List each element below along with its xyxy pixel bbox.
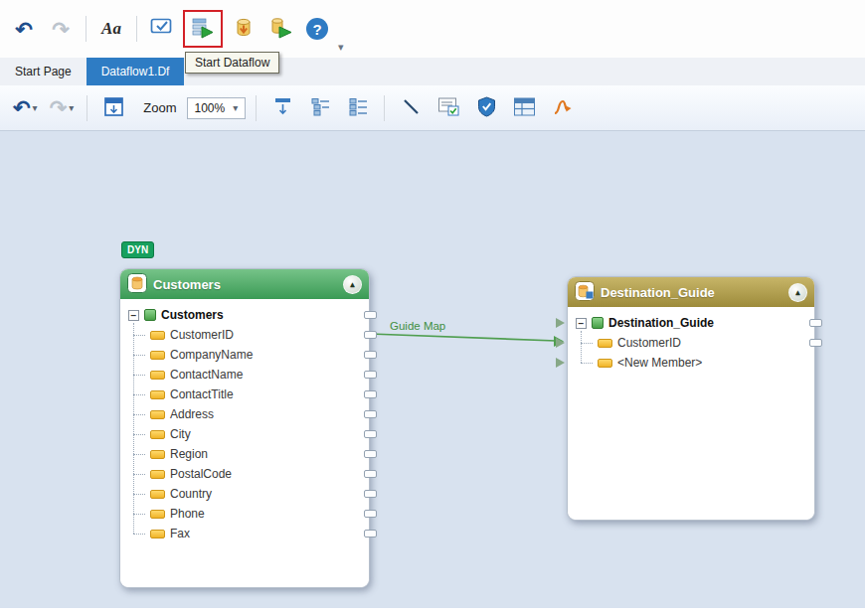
output-port[interactable]: [364, 470, 377, 478]
validate-button[interactable]: [146, 12, 178, 46]
dataflow-canvas[interactable]: DYN Guide Map Customers ▲ −: [0, 131, 865, 608]
canvas-redo-button[interactable]: ↷ ▾: [47, 92, 78, 124]
output-port[interactable]: [809, 339, 822, 347]
field-row[interactable]: Address: [120, 404, 369, 424]
customers-node[interactable]: Customers ▲ − Customers CustomerID Compa…: [119, 268, 370, 588]
tab-start-page[interactable]: Start Page: [0, 58, 86, 85]
redo-button[interactable]: ↷: [45, 12, 77, 46]
field-row[interactable]: Phone: [120, 504, 369, 524]
member-icon: [150, 390, 165, 399]
field-row[interactable]: ContactTitle: [120, 385, 369, 404]
output-port[interactable]: [364, 510, 377, 518]
field-label: PostalCode: [170, 467, 232, 481]
field-row[interactable]: CompanyName: [120, 345, 369, 365]
field-row[interactable]: City: [120, 424, 369, 444]
output-port[interactable]: [364, 311, 377, 319]
field-row[interactable]: CustomerID: [120, 325, 369, 345]
field-label: CustomerID: [170, 328, 234, 342]
member-icon: [150, 470, 165, 479]
zoom-select[interactable]: 100% ▾: [187, 97, 247, 119]
output-port[interactable]: [364, 430, 377, 438]
collapse-node-button[interactable]: ▲: [343, 275, 362, 294]
auto-arrange-button[interactable]: [546, 91, 578, 125]
draw-link-button[interactable]: [395, 91, 427, 125]
member-icon: [150, 410, 165, 419]
member-icon: [150, 490, 165, 499]
preview-data-button[interactable]: [432, 91, 464, 125]
undo-button[interactable]: ↶: [8, 12, 40, 46]
field-label: Phone: [170, 507, 205, 521]
caret-down-icon: ▾: [338, 41, 344, 53]
tree-root-row[interactable]: − Customers: [120, 305, 369, 325]
submit-button[interactable]: [228, 12, 260, 46]
layout-outline-button[interactable]: [342, 91, 374, 125]
table-node-icon: [144, 309, 156, 321]
toolbar-overflow-button[interactable]: ▾: [338, 41, 344, 54]
layout-levels-button[interactable]: [304, 91, 336, 125]
mapping-editor-button[interactable]: [508, 91, 540, 125]
tree-root-row[interactable]: − Destination_Guide: [568, 313, 814, 333]
connection-label[interactable]: Guide Map: [390, 320, 445, 332]
input-port[interactable]: [556, 358, 570, 368]
field-row[interactable]: <New Member>: [568, 353, 814, 373]
auto-arrange-icon: [552, 96, 573, 120]
redo-icon: ↷: [50, 97, 68, 118]
caret-down-icon: ▾: [233, 103, 238, 113]
member-icon: [150, 530, 165, 539]
field-label: <New Member>: [617, 356, 702, 370]
customers-node-body: − Customers CustomerID CompanyName Conta…: [120, 299, 369, 587]
preview-data-icon: [437, 96, 460, 120]
canvas-undo-button[interactable]: ↶ ▾: [10, 92, 41, 124]
run-button[interactable]: [264, 12, 296, 46]
collapse-expander-icon[interactable]: −: [128, 310, 139, 321]
toolbar-separator: [384, 95, 385, 121]
field-row[interactable]: CustomerID: [568, 333, 814, 353]
input-port[interactable]: [556, 318, 570, 328]
toolbar-separator: [86, 16, 86, 42]
output-port[interactable]: [364, 530, 377, 538]
field-label: Country: [170, 487, 212, 501]
draw-link-icon: [402, 97, 421, 119]
fit-window-button[interactable]: [97, 91, 129, 125]
member-icon: [598, 339, 612, 348]
tab-bar: Start Page Dataflow1.Df: [0, 58, 865, 85]
tab-dataflow1[interactable]: Dataflow1.Df: [86, 58, 185, 85]
field-row[interactable]: Country: [120, 484, 369, 504]
field-row[interactable]: Fax: [120, 524, 369, 543]
help-icon: ?: [306, 18, 328, 40]
input-port[interactable]: [556, 338, 570, 348]
output-port[interactable]: [364, 371, 377, 379]
window-footer: [0, 608, 865, 616]
output-port[interactable]: [364, 410, 377, 418]
output-port[interactable]: [364, 331, 377, 339]
collapse-expander-icon[interactable]: −: [576, 318, 587, 329]
undo-icon: ↶: [15, 19, 33, 40]
field-row[interactable]: Region: [120, 444, 369, 464]
help-button[interactable]: ?: [301, 12, 333, 46]
collapse-node-button[interactable]: ▲: [788, 283, 807, 302]
field-label: CompanyName: [170, 348, 253, 362]
font-button[interactable]: Aa: [95, 12, 127, 46]
output-port[interactable]: [364, 390, 377, 398]
shield-button[interactable]: [470, 91, 502, 125]
member-icon: [150, 371, 165, 380]
start-dataflow-button[interactable]: [187, 12, 219, 46]
field-label: Address: [170, 407, 214, 421]
destination-node[interactable]: Destination_Guide ▲ − Destination_Guide …: [567, 276, 815, 521]
validate-icon: [150, 17, 174, 41]
node-title: Customers: [153, 277, 221, 292]
output-port[interactable]: [809, 319, 822, 327]
field-row[interactable]: PostalCode: [120, 464, 369, 484]
destination-node-header[interactable]: Destination_Guide ▲: [568, 277, 814, 307]
start-dataflow-icon: [191, 17, 215, 42]
fit-height-button[interactable]: [266, 91, 298, 125]
customers-node-header[interactable]: Customers ▲: [120, 269, 369, 299]
output-port[interactable]: [364, 490, 377, 498]
destination-table-icon: [575, 281, 595, 304]
output-port[interactable]: [364, 450, 377, 458]
field-row[interactable]: ContactName: [120, 365, 369, 385]
redo-icon: ↷: [52, 19, 70, 40]
output-port[interactable]: [364, 351, 377, 359]
zoom-value: 100%: [195, 101, 226, 115]
field-label: ContactName: [170, 368, 243, 382]
